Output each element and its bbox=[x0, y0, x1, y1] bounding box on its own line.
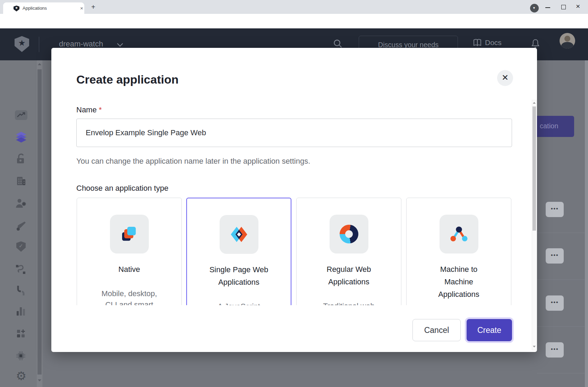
tenant-switcher[interactable]: dream-watch bbox=[59, 40, 103, 49]
browser-toolbar: ← → ⟳ manage.auth0.com/dashboard/eu/drea… bbox=[0, 14, 588, 28]
sidebar-item-settings[interactable]: ⚙ bbox=[15, 370, 27, 381]
row-menu-button: ••• bbox=[546, 342, 564, 358]
row-divider bbox=[537, 373, 588, 373]
name-help-text: You can change the application name late… bbox=[76, 157, 310, 166]
scroll-up-icon[interactable] bbox=[533, 102, 536, 104]
sidebar-item-branding[interactable] bbox=[15, 221, 27, 232]
sidebar-item-actions[interactable] bbox=[15, 264, 27, 275]
sidebar-item-extensions[interactable] bbox=[15, 350, 27, 361]
modal-close-button[interactable]: ✕ bbox=[497, 70, 513, 86]
bar-chart-icon bbox=[15, 305, 27, 316]
window-minimize-button[interactable] bbox=[545, 7, 550, 8]
tab-strip: ★ Applications × + ▼ × bbox=[0, 0, 588, 14]
row-menu-button: ••• bbox=[546, 248, 564, 264]
sidebar-item-user-management[interactable] bbox=[15, 198, 27, 209]
row-menu-button: ••• bbox=[546, 202, 564, 217]
sidebar-item-authentication[interactable] bbox=[15, 153, 27, 164]
scroll-down-icon[interactable] bbox=[38, 379, 41, 381]
chrome-update-icon[interactable]: ▼ bbox=[530, 4, 539, 12]
name-label: Name* bbox=[76, 105, 102, 114]
cancel-button[interactable]: Cancel bbox=[412, 319, 461, 341]
check-icon: ✓ bbox=[19, 243, 23, 249]
sidebar-item-activity[interactable] bbox=[15, 110, 27, 121]
card-description: A JavaScript bbox=[187, 301, 291, 305]
m2m-icon bbox=[440, 215, 478, 253]
layers-icon bbox=[15, 132, 27, 144]
sidebar-item-security[interactable]: ✓ bbox=[15, 241, 27, 252]
pipeline-icon bbox=[15, 285, 27, 296]
browser-window: ★ Applications × + ▼ × ← → ⟳ manage.auth… bbox=[0, 0, 588, 387]
user-avatar[interactable] bbox=[560, 33, 575, 49]
application-type-cards: Native Mobile, desktop, CLI and smart Si… bbox=[76, 197, 513, 305]
sidebar-nav: ✓ bbox=[0, 60, 43, 387]
tab-title: Applications bbox=[23, 6, 47, 11]
window-maximize-button[interactable] bbox=[561, 5, 566, 9]
tab-close-icon[interactable]: × bbox=[80, 5, 83, 11]
page-scrollbar[interactable] bbox=[585, 60, 588, 387]
scroll-down-icon[interactable] bbox=[533, 346, 536, 347]
application-type-heading: Choose an application type bbox=[76, 184, 168, 193]
scroll-up-icon[interactable] bbox=[38, 63, 41, 65]
search-icon[interactable] bbox=[333, 39, 343, 49]
notifications-bell-icon[interactable] bbox=[531, 39, 540, 49]
trend-chart-icon bbox=[16, 112, 26, 119]
card-title: Machine to Machine Applications bbox=[407, 263, 511, 301]
regular-web-icon bbox=[330, 215, 368, 253]
sidebar-item-monitoring[interactable] bbox=[15, 305, 27, 316]
close-icon: ✕ bbox=[502, 73, 509, 83]
row-divider bbox=[537, 233, 588, 233]
modal-scrollbar-thumb[interactable] bbox=[532, 106, 536, 231]
row-divider bbox=[537, 280, 588, 280]
card-description: Traditional web bbox=[297, 301, 401, 305]
card-native[interactable]: Native Mobile, desktop, CLI and smart bbox=[77, 198, 182, 305]
row-divider bbox=[537, 326, 588, 327]
header-divider bbox=[39, 37, 39, 52]
book-icon bbox=[473, 39, 482, 46]
new-tab-button[interactable]: + bbox=[91, 3, 95, 11]
sidebar-scrollbar[interactable] bbox=[37, 60, 42, 387]
modal-title: Create application bbox=[76, 73, 179, 86]
auth0-logo-icon[interactable]: ★ bbox=[15, 36, 29, 52]
user-gear-icon bbox=[15, 198, 27, 209]
building-icon bbox=[15, 175, 27, 187]
card-title: Single Page Web Applications bbox=[187, 264, 291, 289]
card-title: Regular Web Applications bbox=[297, 263, 401, 288]
lock-open-icon bbox=[15, 153, 27, 164]
paintbrush-icon bbox=[15, 221, 27, 232]
docs-link[interactable]: Docs bbox=[473, 38, 502, 47]
card-machine-to-machine[interactable]: Machine to Machine Applications bbox=[406, 198, 511, 305]
modal-scrollbar[interactable] bbox=[532, 100, 537, 350]
card-description: Mobile, desktop, CLI and smart bbox=[77, 288, 181, 305]
required-asterisk: * bbox=[99, 105, 102, 114]
card-title: Native bbox=[77, 263, 181, 276]
native-icon bbox=[110, 215, 149, 253]
sidebar-item-marketplace[interactable] bbox=[15, 328, 27, 339]
auth0-favicon-icon: ★ bbox=[14, 6, 19, 11]
gear-icon: ⚙ bbox=[16, 369, 26, 382]
application-name-input[interactable] bbox=[76, 119, 512, 147]
sidebar-item-applications-active[interactable] bbox=[15, 132, 27, 143]
auth0-page: ★ dream-watch Discuss your needs Docs bbox=[0, 28, 588, 387]
sidebar-scrollbar-thumb[interactable] bbox=[37, 69, 42, 375]
browser-tab[interactable]: ★ Applications × bbox=[3, 2, 84, 14]
flow-path-icon bbox=[15, 264, 27, 275]
sidebar-item-organizations[interactable] bbox=[15, 175, 27, 187]
row-menu-button: ••• bbox=[546, 295, 564, 311]
create-application-button-behind: cation bbox=[537, 116, 574, 137]
window-close-button[interactable]: × bbox=[576, 2, 580, 10]
chip-icon bbox=[15, 350, 27, 361]
grid-plus-icon bbox=[15, 328, 27, 339]
card-regular-web[interactable]: Regular Web Applications Traditional web bbox=[296, 198, 401, 305]
spa-icon bbox=[220, 215, 258, 254]
create-application-modal: Create application ✕ Name* You can chang… bbox=[51, 48, 537, 352]
create-button[interactable]: Create bbox=[467, 319, 512, 341]
card-single-page-web[interactable]: Single Page Web Applications A JavaScrip… bbox=[186, 198, 291, 305]
chevron-down-icon bbox=[117, 41, 123, 47]
sidebar-item-auth-pipeline[interactable] bbox=[15, 285, 27, 296]
